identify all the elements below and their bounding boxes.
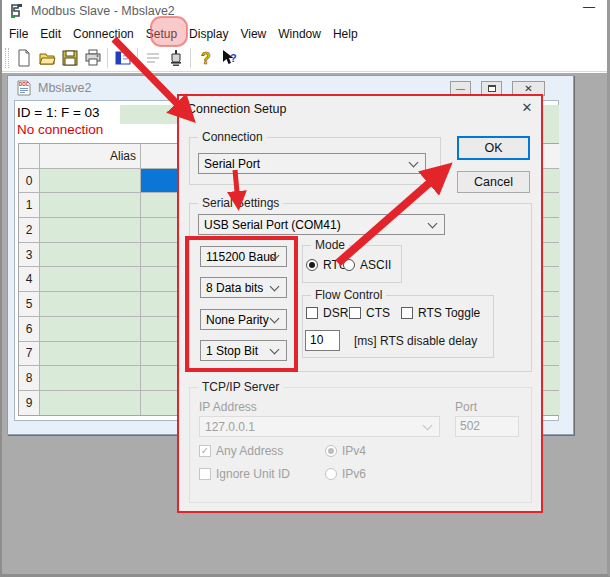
poll-definition-icon[interactable] (141, 47, 164, 69)
connection-status-text: No connection (17, 122, 103, 137)
window-chrome: Modbus Slave - Mbslave2 — FileEditConnec… (2, 0, 607, 73)
radio-selected-icon (325, 445, 337, 457)
save-file-icon[interactable] (58, 47, 81, 69)
chevron-down-icon (270, 314, 280, 324)
mode-group-label: Mode (311, 238, 349, 252)
row-header-6[interactable]: 6 (19, 317, 39, 341)
chevron-down-icon (409, 158, 419, 168)
cts-label: CTS (366, 306, 390, 320)
cts-checkbox[interactable]: CTS (349, 306, 390, 320)
alias-cell-1[interactable] (40, 193, 140, 217)
row-header-8[interactable]: 8 (19, 366, 39, 390)
rtu-radio[interactable]: RTU (306, 258, 347, 272)
serial-port-value: USB Serial Port (COM41) (204, 218, 341, 232)
ok-button[interactable]: OK (457, 136, 530, 160)
stop-bits-select[interactable]: 1 Stop Bit (200, 340, 287, 361)
rts-delay-label: [ms] RTS disable delay (354, 334, 477, 348)
any-address-label: Any Address (216, 444, 283, 458)
doc-file-icon: DOC (16, 80, 32, 96)
row-header-3[interactable]: 3 (19, 243, 39, 267)
toolbar-grip (5, 48, 9, 68)
rts-toggle-label: RTS Toggle (418, 306, 480, 320)
alias-cell-4[interactable] (40, 267, 140, 291)
minimize-button[interactable]: — (579, 0, 599, 20)
connection-toggle-icon[interactable] (164, 47, 187, 69)
alias-cell-6[interactable] (40, 317, 140, 341)
document-title: Mbslave2 (38, 81, 92, 95)
ignore-unit-id-checkbox: Ignore Unit ID (199, 467, 290, 481)
radio-unselected-icon (325, 468, 337, 480)
checkbox-checked-icon: ✓ (199, 445, 211, 457)
alias-cell-8[interactable] (40, 366, 140, 390)
cancel-button[interactable]: Cancel (457, 171, 530, 193)
dsr-label: DSR (323, 306, 348, 320)
print-document-icon[interactable] (81, 47, 104, 69)
open-file-icon[interactable] (35, 47, 58, 69)
data-bits-value: 8 Data bits (206, 281, 263, 295)
menu-item-setup[interactable]: Setup (141, 24, 182, 44)
rts-delay-input[interactable]: 10 (305, 330, 340, 351)
dialog-close-icon[interactable]: ✕ (517, 100, 537, 118)
connection-type-value: Serial Port (204, 157, 260, 171)
app-icon (9, 3, 25, 19)
ascii-radio[interactable]: ASCII (343, 258, 391, 272)
connection-setup-dialog: Connection Setup ✕ Connection Serial Por… (177, 94, 543, 513)
row-header-7[interactable]: 7 (19, 342, 39, 366)
alias-column-header[interactable]: Alias (40, 144, 140, 168)
menu-item-window[interactable]: Window (273, 24, 326, 44)
menu-item-file[interactable]: File (4, 24, 33, 44)
checkbox-unchecked-icon (199, 468, 211, 480)
baud-rate-select[interactable]: 115200 Baud (200, 246, 287, 267)
alias-cell-2[interactable] (40, 218, 140, 242)
rts-toggle-checkbox[interactable]: RTS Toggle (401, 306, 480, 320)
dsr-checkbox[interactable]: DSR (306, 306, 348, 320)
row-header-1[interactable]: 1 (19, 193, 39, 217)
dialog-title: Connection Setup (187, 102, 286, 116)
display-setup-icon[interactable] (111, 47, 134, 69)
alias-cell-7[interactable] (40, 342, 140, 366)
row-header-4[interactable]: 4 (19, 267, 39, 291)
data-bits-select[interactable]: 8 Data bits (200, 277, 287, 298)
alias-cell-0[interactable] (40, 169, 140, 193)
ip-address-label: IP Address (199, 400, 257, 414)
chevron-down-icon (428, 219, 438, 229)
ipv6-label: IPv6 (342, 467, 366, 481)
table-corner-header (19, 144, 39, 168)
toolbar-separator (107, 48, 108, 68)
chevron-down-icon (270, 345, 280, 355)
menu-item-help[interactable]: Help (328, 24, 363, 44)
menu-item-connection[interactable]: Connection (68, 24, 139, 44)
ipv6-radio: IPv6 (325, 467, 366, 481)
tcp-port-input: 502 (455, 416, 519, 437)
tcpip-group-label: TCP/IP Server (198, 380, 283, 394)
row-header-9[interactable]: 9 (19, 391, 39, 415)
context-help-icon[interactable]: ? (217, 47, 240, 69)
application-window: Modbus Slave - Mbslave2 — FileEditConnec… (0, 0, 610, 577)
baud-rate-value: 115200 Baud (206, 250, 277, 264)
svg-text:?: ? (201, 50, 211, 67)
menu-item-view[interactable]: View (235, 24, 271, 44)
help-icon[interactable]: ? (194, 47, 217, 69)
alias-cell-3[interactable] (40, 243, 140, 267)
serial-port-select[interactable]: USB Serial Port (COM41) (198, 214, 445, 235)
connection-type-select[interactable]: Serial Port (198, 153, 426, 174)
row-header-0[interactable]: 0 (19, 169, 39, 193)
alias-cell-9[interactable] (40, 391, 140, 415)
toolbar-separator (190, 48, 191, 68)
parity-select[interactable]: None Parity (200, 309, 287, 330)
radio-selected-icon (306, 259, 318, 271)
checkbox-unchecked-icon (401, 307, 413, 319)
slave-id-function-text: ID = 1: F = 03 (17, 105, 100, 120)
serial-settings-label: Serial Settings (198, 196, 283, 210)
any-address-checkbox: ✓ Any Address (199, 444, 283, 458)
flow-control-label: Flow Control (311, 288, 386, 302)
row-header-5[interactable]: 5 (19, 292, 39, 316)
alias-cell-5[interactable] (40, 292, 140, 316)
row-header-2[interactable]: 2 (19, 218, 39, 242)
ipv4-radio: IPv4 (325, 444, 366, 458)
menu-item-edit[interactable]: Edit (35, 24, 66, 44)
new-document-icon[interactable] (12, 47, 35, 69)
parity-value: None Parity (206, 313, 269, 327)
toolbar-separator (137, 48, 138, 68)
menu-item-display[interactable]: Display (184, 24, 233, 44)
